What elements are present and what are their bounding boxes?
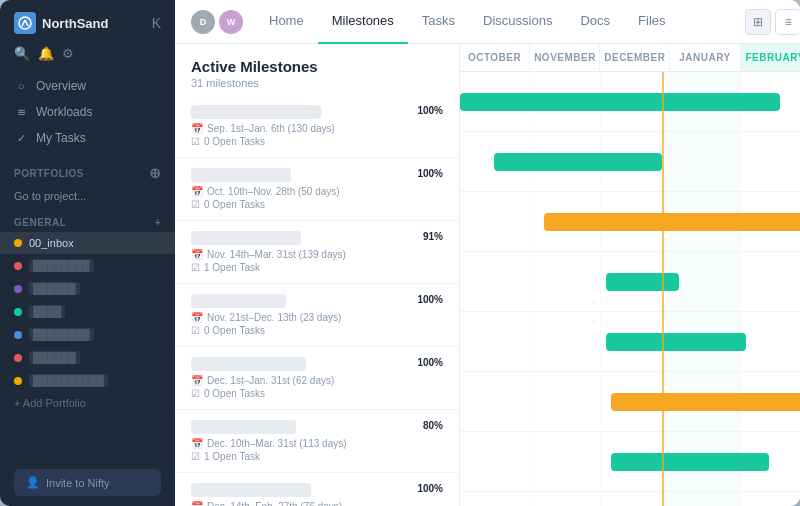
- search-icon[interactable]: 🔍: [14, 46, 30, 61]
- tab-home[interactable]: Home: [255, 0, 318, 44]
- nav-overview[interactable]: ○ Overview: [0, 73, 175, 99]
- milestone-tasks: ☑ 0 Open Tasks: [191, 388, 443, 399]
- bell-icon[interactable]: 🔔: [38, 46, 54, 61]
- gantt-chart-header: OCTOBER NOVEMBER DECEMBER JANUARY FEBRUA…: [460, 44, 800, 72]
- milestone-name: [191, 483, 311, 497]
- project-name: ████████: [29, 328, 94, 341]
- add-portfolio[interactable]: + Add Portfolio: [0, 392, 175, 414]
- nav-my-tasks[interactable]: ✓ My Tasks: [0, 125, 175, 151]
- milestone-name: [191, 105, 321, 119]
- project-2[interactable]: ██████: [0, 277, 175, 300]
- tab-discussions[interactable]: Discussions: [469, 0, 566, 44]
- bar-orange: [611, 393, 800, 411]
- grid-view-icon[interactable]: ⊞: [745, 9, 771, 35]
- overview-icon: ○: [14, 80, 28, 92]
- milestone-date: 📅 Nov. 21st–Dec. 13th (23 days): [191, 312, 443, 323]
- tab-milestones[interactable]: Milestones: [318, 0, 408, 44]
- nav-overview-label: Overview: [36, 79, 86, 93]
- gantt-left-panel: Active Milestones 31 milestones 100% 📅 S…: [175, 44, 460, 506]
- milestone-pct: 100%: [417, 357, 443, 368]
- general-add-icon[interactable]: +: [155, 217, 161, 228]
- tab-files[interactable]: Files: [624, 0, 679, 44]
- bar-teal: [606, 333, 746, 351]
- calendar-icon: 📅: [191, 375, 203, 386]
- chart-row-4: [460, 252, 800, 312]
- milestone-date: 📅 Dec. 14th–Feb. 27th (76 days): [191, 501, 443, 506]
- tab-docs[interactable]: Docs: [566, 0, 624, 44]
- list-view-icon[interactable]: ≡: [775, 9, 800, 35]
- bar-teal: [606, 273, 679, 291]
- invite-label: Invite to Nifty: [46, 477, 110, 489]
- main-content: D W Home Milestones Tasks Discussions Do…: [175, 0, 800, 506]
- sidebar-header: NorthSand K: [0, 0, 175, 42]
- chart-row-3: [460, 192, 800, 252]
- project-dot: [14, 239, 22, 247]
- check-icon: ☑: [191, 451, 200, 462]
- chart-row-5: [460, 312, 800, 372]
- svg-line-1: [22, 20, 25, 26]
- milestone-name: [191, 357, 306, 371]
- portfolios-add-icon[interactable]: ⊕: [149, 165, 162, 181]
- check-icon: ☑: [191, 199, 200, 210]
- nav-workloads-label: Workloads: [36, 105, 92, 119]
- tab-tasks[interactable]: Tasks: [408, 0, 469, 44]
- project-6[interactable]: ██████████: [0, 369, 175, 392]
- user-icon: 👤: [26, 476, 40, 489]
- milestone-pct: 100%: [417, 168, 443, 179]
- settings-icon[interactable]: ⚙: [62, 46, 74, 61]
- project-5[interactable]: ██████: [0, 346, 175, 369]
- gantt-row: 100% 📅 Nov. 21st–Dec. 13th (23 days) ☑ 0…: [175, 284, 459, 347]
- nav-tasks-label: My Tasks: [36, 131, 86, 145]
- month-dec: DECEMBER: [600, 44, 670, 71]
- avatar-w: W: [219, 10, 243, 34]
- milestone-tasks: ☑ 0 Open Tasks: [191, 136, 443, 147]
- project-4[interactable]: ████████: [0, 323, 175, 346]
- sidebar-nav: ○ Overview ≋ Workloads ✓ My Tasks: [0, 69, 175, 155]
- portfolios-label: PORTFOLIOS: [14, 168, 84, 179]
- milestone-name: [191, 231, 301, 245]
- top-nav-tabs: Home Milestones Tasks Discussions Docs F…: [255, 0, 745, 44]
- sidebar-brand: NorthSand: [14, 12, 108, 34]
- milestone-pct: 100%: [417, 105, 443, 116]
- chart-row-2: [460, 132, 800, 192]
- invite-button[interactable]: 👤 Invite to Nifty: [14, 469, 161, 496]
- milestone-pct: 100%: [417, 294, 443, 305]
- milestone-date: 📅 Dec. 10th–Mar. 31st (113 days): [191, 438, 443, 449]
- milestone-name: [191, 294, 286, 308]
- project-name: ██████: [29, 351, 80, 364]
- project-name: ██████████: [29, 374, 108, 387]
- project-1[interactable]: ████████: [0, 254, 175, 277]
- nav-workloads[interactable]: ≋ Workloads: [0, 99, 175, 125]
- calendar-icon: 📅: [191, 438, 203, 449]
- chart-row-6: [460, 372, 800, 432]
- project-3[interactable]: ████: [0, 300, 175, 323]
- project-00inbox[interactable]: 00_inbox: [0, 232, 175, 254]
- project-name: 00_inbox: [29, 237, 74, 249]
- gantt-row: 80% 📅 Dec. 10th–Mar. 31st (113 days) ☑ 1…: [175, 410, 459, 473]
- month-feb: FEBRUARY: [741, 44, 801, 71]
- go-to-project[interactable]: Go to project...: [0, 185, 175, 207]
- project-dot: [14, 331, 22, 339]
- milestone-pct: 80%: [423, 420, 443, 431]
- milestone-date: 📅 Nov. 14th–Mar. 31st (139 days): [191, 249, 443, 260]
- project-name: ████: [29, 305, 65, 318]
- chart-row-8: [460, 492, 800, 506]
- milestone-date: 📅 Oct. 10th–Nov. 28th (50 days): [191, 186, 443, 197]
- go-to-project-label: Go to project...: [14, 190, 86, 202]
- project-name: ██████: [29, 282, 80, 295]
- svg-line-2: [25, 20, 28, 26]
- avatar-d: D: [191, 10, 215, 34]
- project-dot: [14, 354, 22, 362]
- project-name: ████████: [29, 259, 94, 272]
- sidebar: NorthSand K 🔍 🔔 ⚙ ○ Overview ≋ Workloads…: [0, 0, 175, 506]
- top-nav-avatars: D W: [191, 10, 243, 34]
- add-portfolio-label: + Add Portfolio: [14, 397, 86, 409]
- milestone-name: [191, 168, 291, 182]
- collapse-icon[interactable]: K: [152, 15, 161, 31]
- milestone-date: 📅 Sep. 1st–Jan. 6th (130 days): [191, 123, 443, 134]
- chart-row-7: [460, 432, 800, 492]
- gantt-row: 100% 📅 Sep. 1st–Jan. 6th (130 days) ☑ 0 …: [175, 95, 459, 158]
- gantt-row: 100% 📅 Dec. 1st–Jan. 31st (62 days) ☑ 0 …: [175, 347, 459, 410]
- workloads-icon: ≋: [14, 106, 28, 119]
- milestone-date: 📅 Dec. 1st–Jan. 31st (62 days): [191, 375, 443, 386]
